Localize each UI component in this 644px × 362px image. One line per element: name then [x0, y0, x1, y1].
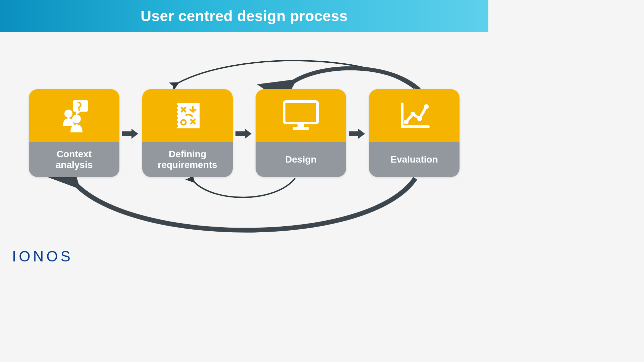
feedback-arrow-eval-to-context: [74, 178, 415, 230]
feedback-arrow-design-to-req: [194, 178, 295, 197]
step-context-analysis: Contextanalysis: [29, 89, 119, 177]
step-icon-area: [369, 89, 460, 142]
svg-rect-12: [284, 102, 318, 123]
svg-rect-9: [175, 121, 178, 123]
step-icon-area: [29, 89, 119, 142]
svg-rect-5: [175, 105, 178, 107]
step-design: Design: [256, 89, 346, 177]
svg-rect-14: [293, 127, 309, 130]
forward-arrow-2: [235, 128, 252, 139]
svg-rect-7: [175, 113, 178, 115]
page-title: User centred design process: [141, 8, 348, 24]
feedback-arrow-eval-to-design: [291, 68, 419, 90]
svg-point-3: [72, 115, 81, 123]
feedback-arrow-eval-to-req: [178, 61, 414, 88]
forward-arrow-1: [121, 128, 139, 139]
step-evaluation: Evaluation: [369, 89, 460, 177]
brand-logo: IONOS: [12, 248, 73, 265]
strategy-board-icon: [172, 100, 203, 131]
monitor-icon: [281, 99, 321, 132]
step-label: Evaluation: [369, 142, 460, 177]
forward-arrow-3: [348, 128, 366, 139]
svg-rect-6: [175, 109, 178, 111]
svg-rect-8: [175, 117, 178, 119]
svg-rect-4: [177, 103, 200, 128]
step-label: Contextanalysis: [29, 142, 119, 177]
step-defining-requirements: Definingrequirements: [142, 89, 233, 177]
svg-point-15: [404, 120, 409, 124]
step-icon-area: [256, 89, 346, 142]
step-label: Definingrequirements: [142, 142, 233, 177]
chart-line-icon: [397, 101, 431, 131]
svg-rect-10: [175, 125, 178, 127]
svg-point-2: [64, 110, 72, 118]
step-icon-area: [142, 89, 233, 142]
svg-point-18: [424, 104, 429, 109]
svg-point-1: [78, 109, 80, 111]
step-label: Design: [256, 142, 346, 177]
svg-rect-13: [298, 123, 304, 127]
question-users-icon: [56, 99, 93, 132]
svg-point-16: [411, 112, 415, 116]
page-header: User centred design process: [0, 0, 488, 32]
svg-point-17: [417, 116, 422, 121]
diagram-canvas: Contextanalysis: [0, 32, 488, 274]
